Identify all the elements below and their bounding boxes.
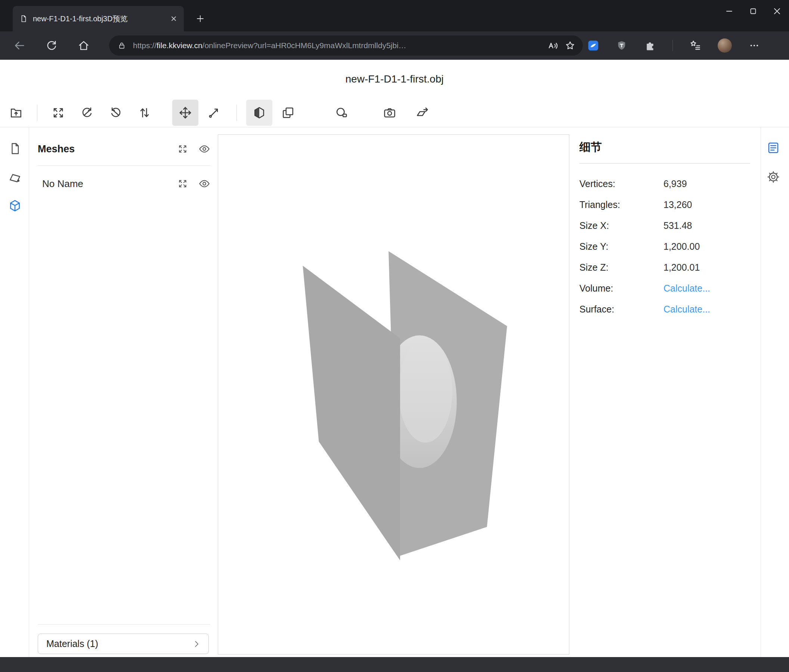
details-row: Volume: Calculate... — [580, 278, 750, 299]
materials-icon[interactable] — [7, 169, 23, 186]
details-row: Size Z: 1,200.01 — [580, 257, 750, 278]
details-label: Vertices: — [580, 178, 663, 189]
tape-measure-icon[interactable] — [328, 100, 355, 126]
model-plane-left — [303, 266, 400, 561]
toolbar-divider — [37, 105, 37, 121]
browser-tab[interactable]: new-F1-D1-1-first.obj3D预览 — [13, 6, 184, 31]
left-rail-divider — [29, 127, 29, 657]
settings-gear-icon[interactable] — [765, 169, 781, 185]
url-text[interactable]: https://file.kkview.cn/onlinePreview?url… — [133, 41, 542, 50]
meshes-divider — [38, 166, 210, 166]
model-tree-icon[interactable] — [7, 197, 23, 214]
details-rows: Vertices: 6,939 Triangles: 13,260 Size X… — [580, 173, 750, 320]
read-aloud-icon[interactable] — [547, 40, 559, 51]
fit-view-icon[interactable] — [45, 100, 71, 126]
window-close-icon[interactable] — [765, 0, 789, 22]
browser-titlebar: new-F1-D1-1-first.obj3D预览 — [0, 0, 789, 31]
details-value: 1,200.00 — [663, 241, 700, 252]
cube-section-icon[interactable] — [246, 100, 272, 126]
details-label: Surface: — [580, 304, 663, 315]
details-header: 细节 — [580, 140, 602, 155]
details-label: Size Z: — [580, 262, 663, 273]
visibility-eye-icon[interactable] — [198, 143, 210, 155]
viewer-toolbar — [0, 99, 789, 127]
extbar-divider — [672, 40, 673, 51]
more-menu-icon[interactable] — [748, 40, 760, 51]
copy-model-icon[interactable] — [275, 100, 301, 126]
calculate-surface-link[interactable]: Calculate... — [663, 304, 710, 315]
rotate-ccw-icon[interactable] — [74, 100, 100, 126]
right-rail-divider — [760, 127, 761, 657]
fit-all-icon[interactable] — [177, 143, 188, 155]
calculate-volume-link[interactable]: Calculate... — [663, 283, 710, 294]
measure-line-icon[interactable] — [201, 100, 227, 126]
file-info-icon[interactable] — [7, 140, 23, 157]
window-maximize-icon[interactable] — [741, 0, 765, 22]
window-minimize-icon[interactable] — [717, 0, 741, 22]
url-path: /onlinePreview?url=aHR0cHM6Ly9maWxlLmtrd… — [203, 41, 406, 49]
details-row: Vertices: 6,939 — [580, 173, 750, 194]
open-file-icon[interactable] — [3, 100, 29, 126]
screenshot-camera-icon[interactable] — [377, 100, 403, 126]
window-controls — [717, 0, 789, 22]
lock-icon[interactable] — [116, 40, 128, 51]
url-scheme: https:// — [133, 41, 157, 49]
mesh-name: No Name — [42, 178, 167, 189]
refresh-icon[interactable] — [43, 37, 60, 54]
details-value: 6,939 — [663, 178, 687, 189]
meshes-header-row: Meshes — [38, 138, 210, 160]
move-tool-icon[interactable] — [172, 100, 198, 126]
profile-avatar[interactable] — [718, 38, 732, 53]
details-label: Triangles: — [580, 199, 663, 210]
back-icon[interactable] — [11, 37, 28, 54]
model-viewport[interactable] — [218, 134, 569, 654]
details-label: Size X: — [580, 220, 663, 231]
visibility-eye-icon[interactable] — [198, 178, 210, 189]
details-value: 1,200.01 — [663, 262, 700, 273]
meshes-header: Meshes — [38, 143, 167, 155]
extensions-puzzle-icon[interactable] — [644, 40, 656, 51]
details-panel-icon[interactable] — [765, 140, 781, 156]
materials-button[interactable]: Materials (1) — [38, 634, 209, 654]
toolbar-bottom-divider — [0, 127, 789, 127]
bottom-bar — [0, 657, 789, 672]
details-value: 531.48 — [663, 220, 692, 231]
model-cylinder-highlight — [399, 340, 452, 443]
rotate-cw-icon[interactable] — [103, 100, 129, 126]
details-divider — [580, 163, 750, 164]
shield-extension-icon[interactable] — [616, 40, 628, 51]
address-bar[interactable]: https://file.kkview.cn/onlinePreview?url… — [109, 35, 583, 56]
fit-mesh-icon[interactable] — [177, 178, 188, 189]
browser-navbar: https://file.kkview.cn/onlinePreview?url… — [0, 31, 789, 60]
home-icon[interactable] — [75, 37, 92, 54]
flip-vertical-icon[interactable] — [131, 100, 158, 126]
details-value: 13,260 — [663, 199, 692, 210]
extension-blue-icon[interactable] — [587, 40, 599, 51]
tab-favicon-document-icon — [19, 14, 28, 23]
tab-title: new-F1-D1-1-first.obj3D预览 — [33, 14, 163, 24]
favorite-star-icon[interactable] — [564, 40, 576, 51]
page-title: new-F1-D1-1-first.obj — [0, 60, 789, 99]
chevron-right-icon — [190, 638, 203, 650]
details-label: Volume: — [580, 283, 663, 294]
toolbar-divider — [236, 105, 237, 121]
new-tab-button[interactable] — [193, 12, 207, 25]
details-row: Triangles: 13,260 — [580, 194, 750, 215]
model-3d-render — [218, 135, 569, 654]
mesh-list-item[interactable]: No Name — [42, 173, 210, 194]
url-domain: file.kkview.cn — [157, 41, 203, 49]
details-row: Surface: Calculate... — [580, 299, 750, 320]
details-row: Size Y: 1,200.00 — [580, 236, 750, 257]
materials-top-divider — [38, 624, 210, 624]
favorites-bar-icon[interactable] — [689, 40, 701, 51]
details-row: Size X: 531.48 — [580, 215, 750, 236]
details-label: Size Y: — [580, 241, 663, 252]
tab-close-icon[interactable] — [168, 13, 179, 24]
materials-button-label: Materials (1) — [46, 639, 190, 649]
export-model-icon[interactable] — [409, 100, 435, 126]
